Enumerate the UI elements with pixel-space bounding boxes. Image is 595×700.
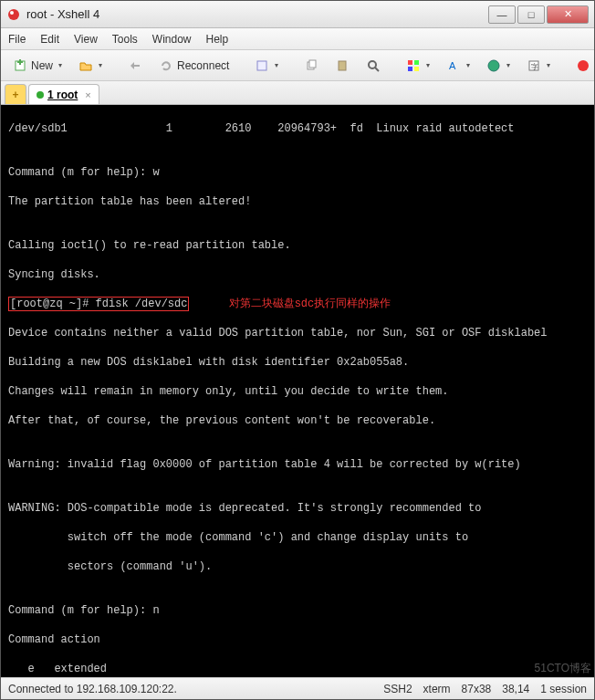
- term-line: Command (m for help): n: [8, 603, 594, 618]
- statusbar: Connected to 192.168.109.120:22. SSH2 xt…: [1, 677, 594, 699]
- status-protocol: SSH2: [383, 683, 412, 695]
- properties-button[interactable]: ▾: [248, 55, 285, 77]
- globe-icon: [486, 58, 501, 73]
- term-line: Device contains neither a valid DOS part…: [8, 326, 594, 340]
- open-button[interactable]: ▾: [72, 55, 109, 77]
- term-line: [root@zq ~]# fdisk /dev/sdc 对第二块磁盘sdc执行同…: [8, 297, 594, 311]
- svg-line-10: [375, 68, 379, 71]
- window-title: root - Xshell 4: [26, 7, 488, 21]
- titlebar: root - Xshell 4 — □ ✕: [1, 1, 594, 28]
- xftp-button[interactable]: [569, 55, 595, 77]
- svg-rect-12: [414, 60, 419, 65]
- svg-rect-4: [17, 61, 23, 63]
- chevron-down-icon: ▾: [275, 61, 278, 69]
- svg-rect-13: [408, 67, 412, 71]
- new-icon: [13, 58, 27, 73]
- color-button[interactable]: ▾: [400, 55, 436, 77]
- reconnect-button[interactable]: Reconnect: [152, 55, 235, 77]
- tab-label: 1 root: [47, 89, 78, 101]
- new-label: New: [31, 59, 53, 72]
- chevron-down-icon: ▾: [58, 61, 62, 69]
- find-button[interactable]: [360, 55, 387, 77]
- status-cursor: 38,14: [502, 683, 529, 695]
- status-size: 87x38: [462, 683, 492, 695]
- term-line: Command (m for help): w: [8, 165, 594, 180]
- toolbar: New ▾ ▾ Reconnect ▾ ▾ A▾ ▾ 字▾ »: [1, 50, 594, 81]
- globe-button[interactable]: ▾: [480, 55, 517, 77]
- term-line: The partition table has been altered!: [8, 194, 594, 209]
- svg-rect-11: [408, 60, 412, 65]
- svg-point-0: [8, 9, 19, 20]
- menu-edit[interactable]: Edit: [40, 33, 59, 46]
- term-line: e extended: [8, 662, 594, 676]
- menu-tools[interactable]: Tools: [112, 33, 138, 46]
- svg-text:A: A: [449, 60, 456, 71]
- svg-point-9: [369, 61, 376, 68]
- svg-text:字: 字: [531, 63, 538, 71]
- term-line: sectors (command 'u').: [8, 559, 594, 574]
- term-line: switch off the mode (command 'c') and ch…: [8, 530, 594, 545]
- font-icon: A: [446, 58, 461, 73]
- xftp-icon: [576, 58, 590, 73]
- svg-rect-14: [414, 67, 419, 71]
- search-icon: [366, 58, 381, 73]
- app-window: root - Xshell 4 — □ ✕ File Edit View Too…: [0, 0, 595, 700]
- menu-view[interactable]: View: [74, 33, 98, 46]
- copy-button[interactable]: [298, 55, 325, 77]
- term-line: Command action: [8, 632, 594, 647]
- annotation-text: 对第二块磁盘sdc执行同样的操作: [229, 298, 391, 310]
- menu-file[interactable]: File: [8, 33, 26, 46]
- folder-icon: [78, 58, 93, 73]
- font-button[interactable]: A▾: [440, 55, 476, 77]
- highlight-box: [root@zq ~]# fdisk /dev/sdc: [8, 297, 189, 311]
- tab-close-button[interactable]: ×: [85, 89, 90, 100]
- chevron-down-icon: ▾: [466, 61, 470, 69]
- minimize-button[interactable]: —: [488, 5, 516, 24]
- term-line: Warning: invalid flag 0x0000 of partitio…: [8, 457, 594, 472]
- tab-1-root[interactable]: 1 root ×: [28, 84, 99, 104]
- chevron-down-icon: ▾: [99, 61, 102, 69]
- svg-point-19: [578, 60, 589, 71]
- term-line: Building a new DOS disklabel with disk i…: [8, 355, 594, 370]
- chevron-down-icon: ▾: [547, 61, 550, 69]
- status-sessions: 1 session: [540, 683, 587, 695]
- term-line: Syncing disks.: [8, 267, 594, 282]
- new-tab-button[interactable]: +: [5, 84, 26, 104]
- svg-rect-7: [309, 60, 316, 68]
- svg-point-1: [10, 11, 14, 15]
- encoding-button[interactable]: 字▾: [520, 55, 557, 77]
- svg-rect-5: [257, 61, 266, 70]
- term-line: /dev/sdb1 1 2610 20964793+ fd Linux raid…: [8, 121, 594, 136]
- reconnect-label: Reconnect: [177, 59, 229, 72]
- paste-button[interactable]: [329, 55, 356, 77]
- tabstrip: + 1 root ×: [1, 81, 594, 105]
- chevron-down-icon: ▾: [426, 61, 430, 69]
- status-connection: Connected to 192.168.109.120:22.: [8, 683, 177, 695]
- app-icon: [6, 7, 21, 22]
- chevron-down-icon: ▾: [506, 61, 510, 69]
- window-controls: — □ ✕: [488, 5, 589, 24]
- menu-help[interactable]: Help: [206, 33, 229, 46]
- encoding-icon: 字: [527, 58, 541, 73]
- properties-icon: [255, 58, 269, 73]
- disconnect-icon: [128, 58, 142, 73]
- close-button[interactable]: ✕: [547, 5, 589, 24]
- term-line: Calling ioctl() to re-read partition tab…: [8, 238, 594, 253]
- svg-point-16: [488, 60, 499, 71]
- paste-icon: [335, 58, 350, 73]
- reconnect-icon: [159, 58, 173, 73]
- menu-window[interactable]: Window: [152, 33, 192, 46]
- copy-icon: [304, 58, 318, 73]
- term-line: Changes will remain in memory only, unti…: [8, 384, 594, 399]
- maximize-button[interactable]: □: [517, 5, 545, 24]
- new-button[interactable]: New ▾: [6, 55, 68, 77]
- palette-icon: [406, 58, 421, 73]
- plus-icon: +: [13, 89, 19, 101]
- term-line: WARNING: DOS-compatible mode is deprecat…: [8, 501, 594, 516]
- menubar: File Edit View Tools Window Help: [1, 28, 594, 50]
- terminal[interactable]: /dev/sdb1 1 2610 20964793+ fd Linux raid…: [1, 105, 594, 677]
- term-line: After that, of course, the previous cont…: [8, 413, 594, 428]
- disconnect-button[interactable]: [121, 55, 149, 77]
- svg-rect-8: [339, 61, 346, 70]
- status-termtype: xterm: [423, 683, 451, 695]
